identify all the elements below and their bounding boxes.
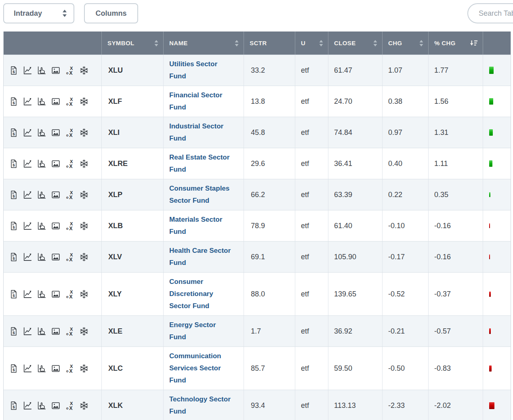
point-figure-icon[interactable]: X o X: [65, 252, 75, 262]
sharpchart-icon[interactable]: [22, 96, 33, 107]
galleryview-icon[interactable]: [50, 65, 61, 76]
fundamentals-icon[interactable]: $: [9, 158, 19, 169]
sort-icon[interactable]: [235, 40, 239, 46]
acp-chart-icon[interactable]: [36, 363, 47, 374]
header-name[interactable]: NAME: [164, 32, 244, 55]
fundamentals-icon[interactable]: $: [9, 326, 19, 337]
sharpchart-icon[interactable]: [22, 252, 33, 262]
sharpchart-icon[interactable]: [22, 127, 33, 138]
point-figure-icon[interactable]: X o X: [65, 189, 75, 200]
fundamentals-icon[interactable]: $: [9, 252, 19, 262]
name-link[interactable]: Health Care Sector Fund: [169, 245, 231, 269]
name-link[interactable]: Communication Services Sector Fund: [169, 350, 221, 386]
fundamentals-icon[interactable]: $: [9, 96, 19, 107]
point-figure-icon[interactable]: X o X: [65, 400, 75, 411]
sharpchart-icon[interactable]: [22, 363, 33, 374]
sharpchart-icon[interactable]: [22, 400, 33, 411]
seasonality-icon[interactable]: [79, 220, 89, 231]
seasonality-icon[interactable]: [79, 400, 89, 411]
seasonality-icon[interactable]: [79, 326, 89, 337]
name-link[interactable]: Financial Sector Fund: [169, 89, 222, 113]
sort-icon[interactable]: [319, 40, 323, 46]
fundamentals-icon[interactable]: $: [9, 363, 19, 374]
point-figure-icon[interactable]: X o X: [65, 363, 75, 374]
sort-icon[interactable]: [154, 40, 158, 46]
seasonality-icon[interactable]: [79, 252, 89, 262]
acp-chart-icon[interactable]: [36, 289, 47, 300]
galleryview-icon[interactable]: [50, 96, 61, 107]
point-figure-icon[interactable]: X o X: [65, 326, 75, 337]
sharpchart-icon[interactable]: [22, 65, 33, 76]
period-select[interactable]: Intraday: [3, 3, 74, 23]
search-input[interactable]: [467, 3, 513, 23]
seasonality-icon[interactable]: [79, 127, 89, 138]
name-link[interactable]: Utilities Sector Fund: [169, 58, 217, 82]
acp-chart-icon[interactable]: [36, 252, 47, 262]
header-close[interactable]: CLOSE: [328, 32, 383, 55]
sharpchart-icon[interactable]: [22, 189, 33, 200]
galleryview-icon[interactable]: [50, 158, 61, 169]
seasonality-icon[interactable]: [79, 289, 89, 300]
galleryview-icon[interactable]: [50, 127, 61, 138]
galleryview-icon[interactable]: [50, 189, 61, 200]
seasonality-icon[interactable]: [79, 363, 89, 374]
acp-chart-icon[interactable]: [36, 96, 47, 107]
table-row: $ X o: [4, 210, 511, 242]
seasonality-icon[interactable]: [79, 65, 89, 76]
row-actions: $ X o: [4, 273, 102, 315]
acp-chart-icon[interactable]: [36, 127, 47, 138]
galleryview-icon[interactable]: [50, 252, 61, 262]
seasonality-icon[interactable]: [79, 96, 89, 107]
point-figure-icon[interactable]: X o X: [65, 158, 75, 169]
seasonality-icon[interactable]: [79, 189, 89, 200]
columns-button[interactable]: Columns: [84, 3, 138, 23]
name-link[interactable]: Energy Sector Fund: [169, 319, 216, 343]
acp-chart-icon[interactable]: [36, 400, 47, 411]
sharpchart-icon[interactable]: [22, 158, 33, 169]
header-u[interactable]: U: [295, 32, 328, 55]
sharpchart-icon[interactable]: [22, 289, 33, 300]
sort-icon[interactable]: [419, 40, 423, 46]
sctr-value: 1.7: [251, 327, 261, 336]
sharpchart-icon[interactable]: [22, 326, 33, 337]
fundamentals-icon[interactable]: $: [9, 220, 19, 231]
point-figure-icon[interactable]: X o X: [65, 220, 75, 231]
galleryview-icon[interactable]: [50, 363, 61, 374]
fundamentals-icon[interactable]: $: [9, 289, 19, 300]
point-figure-icon[interactable]: X o X: [65, 96, 75, 107]
galleryview-icon[interactable]: [50, 289, 61, 300]
header-chg[interactable]: CHG: [383, 32, 429, 55]
seasonality-icon[interactable]: [79, 158, 89, 169]
header-symbol[interactable]: SYMBOL: [102, 32, 164, 55]
galleryview-icon[interactable]: [50, 326, 61, 337]
pct-change-value: 1.11: [434, 160, 448, 168]
point-figure-icon[interactable]: X o X: [65, 289, 75, 300]
point-figure-icon[interactable]: X o X: [65, 65, 75, 76]
acp-chart-icon[interactable]: [36, 158, 47, 169]
name-link[interactable]: Materials Sector Fund: [169, 214, 222, 238]
name-link[interactable]: Technology Sector Fund: [169, 393, 231, 418]
fundamentals-icon[interactable]: $: [9, 127, 19, 138]
name-link[interactable]: Industrial Sector Fund: [169, 120, 223, 145]
acp-chart-icon[interactable]: [36, 189, 47, 200]
sharpchart-icon[interactable]: [22, 220, 33, 231]
fundamentals-icon[interactable]: $: [9, 400, 19, 411]
sort-icon[interactable]: [373, 40, 377, 46]
fundamentals-icon[interactable]: $: [9, 189, 19, 200]
name-link[interactable]: Consumer Discretionary Sector Fund: [169, 276, 213, 312]
sort-descending-icon[interactable]: [470, 40, 478, 46]
galleryview-icon[interactable]: [50, 400, 61, 411]
change-value: 0.40: [388, 160, 402, 168]
fundamentals-icon[interactable]: $: [9, 65, 19, 76]
name-link[interactable]: Consumer Staples Sector Fund: [169, 183, 229, 207]
name-link[interactable]: Real Estate Sector Fund: [169, 151, 229, 176]
universe-value: etf: [301, 327, 309, 336]
header-sctr[interactable]: SCTR: [244, 32, 295, 55]
acp-chart-icon[interactable]: [36, 326, 47, 337]
acp-chart-icon[interactable]: [36, 220, 47, 231]
acp-chart-icon[interactable]: [36, 65, 47, 76]
point-figure-icon[interactable]: X o X: [65, 127, 75, 138]
sctr-value: 88.0: [251, 290, 265, 298]
galleryview-icon[interactable]: [50, 220, 61, 231]
header-pct-chg[interactable]: % CHG: [429, 32, 483, 55]
